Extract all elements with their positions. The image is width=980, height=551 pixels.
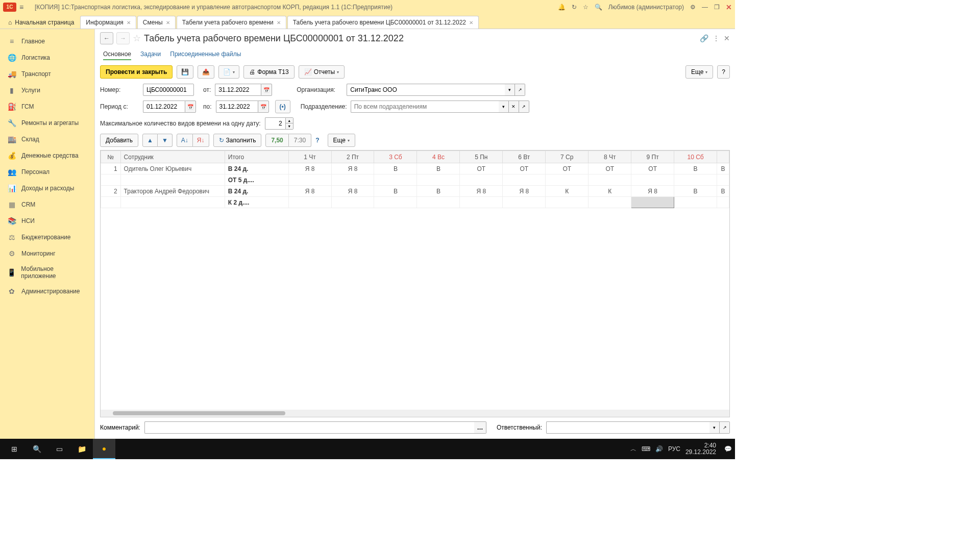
- close-icon[interactable]: ✕: [277, 20, 281, 26]
- open-icon[interactable]: ↗: [519, 101, 529, 113]
- org-input[interactable]: [347, 84, 505, 96]
- sort-asc-button[interactable]: A↓: [177, 134, 193, 147]
- timesheet-grid[interactable]: №СотрудникИтого1 Чт2 Пт3 Сб4 Вс5 Пн6 Вт7…: [100, 150, 730, 417]
- sort-desc-button[interactable]: Я↓: [193, 134, 209, 147]
- history-icon[interactable]: ↻: [572, 4, 577, 11]
- hours-hm-button[interactable]: 7:30: [289, 134, 311, 147]
- help-link[interactable]: ?: [315, 137, 319, 144]
- from-date-input[interactable]: [215, 84, 261, 96]
- bell-icon[interactable]: 🔔: [558, 4, 566, 11]
- open-icon[interactable]: ↗: [720, 421, 730, 434]
- hours-decimal-button[interactable]: 7,50: [265, 134, 288, 147]
- tab-home[interactable]: ⌂ Начальная страница: [3, 16, 79, 29]
- form-t13-button[interactable]: 🖨Форма Т13: [243, 65, 294, 79]
- tab-info[interactable]: Информация✕: [80, 16, 136, 29]
- clear-icon[interactable]: ✕: [509, 101, 519, 113]
- search-button[interactable]: 🔍: [26, 439, 48, 459]
- spinner-down-icon[interactable]: ▼: [286, 123, 293, 129]
- sidebar-item[interactable]: 👥Персонал: [0, 164, 94, 180]
- settings-icon[interactable]: ⚙: [690, 4, 696, 11]
- sidebar-item[interactable]: 📊Доходы и расходы: [0, 180, 94, 196]
- favorite-star-icon[interactable]: ☆: [133, 33, 141, 44]
- tray-chevron-icon[interactable]: ︿: [630, 445, 636, 454]
- post-button[interactable]: 📤: [198, 65, 214, 79]
- open-icon[interactable]: ↗: [515, 84, 525, 96]
- horizontal-scrollbar[interactable]: [101, 410, 729, 417]
- sidebar-item[interactable]: 🚚Транспорт: [0, 66, 94, 82]
- app-1c-button[interactable]: ●: [93, 439, 115, 459]
- period-to-input[interactable]: [216, 101, 258, 113]
- help-button[interactable]: ?: [717, 65, 730, 79]
- table-row[interactable]: ОТ 5 д....: [101, 174, 729, 186]
- dept-input[interactable]: [351, 101, 499, 113]
- user-label[interactable]: Любимов (администратор): [608, 4, 684, 11]
- close-icon[interactable]: ✕: [127, 20, 131, 26]
- more-button[interactable]: Еще▾: [685, 65, 713, 79]
- max-types-input[interactable]: [265, 117, 285, 130]
- sidebar-item[interactable]: ▦CRM: [0, 196, 94, 213]
- tab-current-timesheet[interactable]: Табель учета рабочего времени ЦБС0000000…: [287, 16, 479, 29]
- tab-timesheets[interactable]: Табели учета рабочего времени✕: [177, 16, 286, 29]
- table-row[interactable]: 1Одитель Олег ЮрьевичВ 24 д.Я 8Я 8ВВОТОТ…: [101, 163, 729, 174]
- restore-icon[interactable]: ❐: [714, 4, 720, 11]
- dropdown-icon[interactable]: ▾: [505, 84, 515, 96]
- close-icon[interactable]: ✕: [726, 3, 732, 11]
- add-row-button[interactable]: Добавить: [100, 134, 138, 147]
- keyboard-icon[interactable]: ⌨: [642, 445, 650, 453]
- table-row[interactable]: 2Тракторов Андрей ФедоровичВ 24 д.Я 8Я 8…: [101, 186, 729, 197]
- subtab-main[interactable]: Основное: [103, 51, 131, 60]
- close-page-icon[interactable]: ✕: [724, 34, 730, 42]
- menu-icon[interactable]: ≡: [19, 3, 30, 11]
- table-row[interactable]: К 2 д....: [101, 197, 729, 208]
- create-based-on-button[interactable]: 📄▾: [218, 65, 239, 79]
- number-input[interactable]: [143, 84, 194, 96]
- sidebar-item[interactable]: ▮Услуги: [0, 82, 94, 98]
- subtab-files[interactable]: Присоединенные файлы: [170, 51, 241, 60]
- forward-button[interactable]: →: [116, 32, 130, 44]
- calendar-icon[interactable]: 📅: [261, 84, 272, 96]
- star-icon[interactable]: ☆: [583, 4, 589, 11]
- lang-label[interactable]: РУС: [668, 445, 680, 453]
- link-icon[interactable]: 🔗: [700, 34, 708, 42]
- task-view-button[interactable]: ▭: [48, 439, 70, 459]
- move-down-button[interactable]: ▼: [158, 134, 173, 147]
- sidebar-item[interactable]: 🔧Ремонты и агрегаты: [0, 115, 94, 131]
- tab-shifts[interactable]: Смены✕: [137, 16, 176, 29]
- back-button[interactable]: ←: [100, 32, 113, 44]
- sidebar-item[interactable]: 📚НСИ: [0, 213, 94, 229]
- fill-button[interactable]: ↻Заполнить: [213, 134, 262, 147]
- sidebar-item[interactable]: ⚖Бюджетирование: [0, 229, 94, 245]
- explorer-button[interactable]: 📁: [70, 439, 93, 459]
- search-icon[interactable]: 🔍: [595, 4, 602, 11]
- grid-more-button[interactable]: Еще▾: [328, 134, 355, 147]
- sidebar-item[interactable]: 📱Мобильное приложение: [0, 262, 94, 283]
- calendar-icon[interactable]: 📅: [185, 101, 196, 113]
- spinner-up-icon[interactable]: ▲: [286, 118, 293, 123]
- sidebar-item[interactable]: ⚙Мониторинг: [0, 245, 94, 262]
- close-icon[interactable]: ✕: [166, 20, 170, 26]
- sidebar-item[interactable]: ≡Главное: [0, 33, 94, 49]
- comment-ellipsis-button[interactable]: …: [474, 421, 486, 434]
- period-from-input[interactable]: [143, 101, 185, 113]
- minimize-icon[interactable]: ―: [702, 4, 708, 11]
- reports-button[interactable]: 📈Отчеты▾: [299, 65, 345, 79]
- notifications-icon[interactable]: 💬: [724, 445, 732, 453]
- kebab-icon[interactable]: ⋮: [713, 34, 720, 42]
- sidebar-item[interactable]: 🏬Склад: [0, 131, 94, 147]
- sidebar-item[interactable]: ⛽ГСМ: [0, 98, 94, 115]
- sidebar-item[interactable]: 💰Денежные средства: [0, 147, 94, 164]
- dropdown-icon[interactable]: ▾: [499, 101, 509, 113]
- close-icon[interactable]: ✕: [469, 20, 473, 26]
- subtab-tasks[interactable]: Задачи: [140, 51, 161, 60]
- post-close-button[interactable]: Провести и закрыть: [100, 65, 173, 79]
- sidebar-item[interactable]: ✿Администрирование: [0, 283, 94, 299]
- period-select-button[interactable]: (•): [275, 100, 290, 113]
- clock[interactable]: 2:40 29.12.2022: [685, 442, 719, 456]
- calendar-icon[interactable]: 📅: [258, 101, 269, 113]
- save-button[interactable]: 💾: [177, 65, 193, 79]
- sidebar-item[interactable]: 🌐Логистика: [0, 49, 94, 66]
- move-up-button[interactable]: ▲: [142, 134, 158, 147]
- comment-input[interactable]: [144, 421, 474, 434]
- dropdown-icon[interactable]: ▾: [709, 421, 720, 434]
- responsible-input[interactable]: [546, 421, 709, 434]
